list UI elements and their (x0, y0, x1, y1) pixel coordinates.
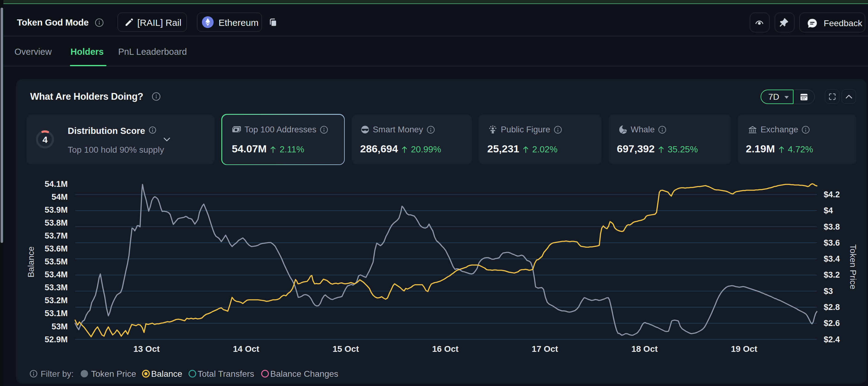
svg-text:Token Price: Token Price (848, 244, 858, 289)
svg-text:Balance: Balance (26, 246, 36, 277)
